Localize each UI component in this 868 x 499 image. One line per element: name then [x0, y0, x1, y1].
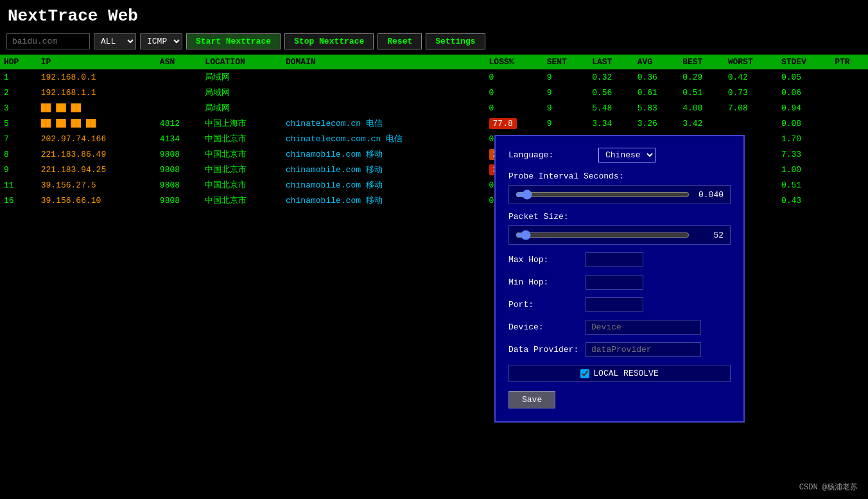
cell-best: 0.29: [679, 69, 724, 85]
cell-hop: 5: [0, 116, 37, 131]
cell-location: 中国北京市: [201, 177, 282, 193]
packet-size-slider-container: 52: [508, 225, 731, 245]
cell-worst: [724, 116, 777, 131]
language-select[interactable]: Chinese English: [598, 148, 655, 162]
table-row: 2 192.168.1.1 局域网 0 9 0.56 0.61 0.51 0.7…: [0, 85, 868, 100]
cell-asn: 4134: [156, 131, 202, 146]
cell-stdev: 0.43: [777, 193, 831, 208]
local-resolve-label[interactable]: LOCAL RESOLVE: [508, 365, 731, 382]
cell-sent: 9: [543, 85, 589, 100]
target-input[interactable]: baidu.com: [6, 33, 90, 49]
cell-worst: 0.73: [724, 85, 777, 100]
cell-domain: [282, 69, 485, 85]
cell-hop: 3: [0, 100, 37, 116]
cell-domain: chinamobile.com 移动: [282, 146, 485, 162]
cell-avg: 3.26: [634, 116, 679, 131]
save-button[interactable]: Save: [508, 391, 555, 408]
cell-hop: 2: [0, 85, 37, 100]
cell-loss: 0: [485, 100, 543, 116]
packet-size-slider[interactable]: [516, 230, 690, 240]
cell-asn: 4812: [156, 116, 202, 131]
probe-interval-label: Probe Interval Seconds:: [508, 171, 731, 181]
port-input[interactable]: 80: [586, 297, 643, 312]
stop-button[interactable]: Stop Nexttrace: [284, 33, 374, 49]
app-title: NextTrace Web: [0, 0, 868, 31]
cell-stdev: 0.06: [777, 85, 831, 100]
cell-hop: 11: [0, 177, 37, 193]
min-hop-label: Min Hop:: [508, 277, 579, 287]
cell-loss: 77.8: [485, 116, 543, 131]
cell-ip: 192.168.1.1: [37, 85, 156, 100]
col-domain: DOMAIN: [282, 55, 485, 69]
packet-size-value: 52: [695, 231, 724, 240]
col-best: BEST: [679, 55, 724, 69]
col-sent: SENT: [543, 55, 589, 69]
cell-ip: 192.168.0.1: [37, 69, 156, 85]
probe-interval-slider-container: 0.040: [508, 185, 731, 204]
cell-hop: 16: [0, 193, 37, 208]
cell-location: 中国北京市: [201, 162, 282, 177]
port-label: Port:: [508, 300, 579, 310]
start-button[interactable]: Start Nexttrace: [186, 33, 281, 49]
col-loss: LOSS%: [485, 55, 543, 69]
packet-size-label: Packet Size:: [508, 212, 731, 222]
toolbar: baidu.com ALL IPv4 IPv6 ICMP TCP UDP Sta…: [0, 31, 868, 55]
cell-best: 4.00: [679, 100, 724, 116]
cell-sent: 9: [543, 100, 589, 116]
probe-interval-slider[interactable]: [516, 189, 690, 200]
cell-stdev: 0.05: [777, 69, 831, 85]
device-input[interactable]: [586, 320, 701, 335]
cell-ip: ██ ██ ██ ██: [37, 116, 156, 131]
min-hop-input[interactable]: 1: [586, 275, 643, 290]
cell-sent: 9: [543, 116, 589, 131]
cell-stdev: 0.94: [777, 100, 831, 116]
cell-loss: 0: [485, 69, 543, 85]
reset-button[interactable]: Reset: [378, 33, 422, 49]
cell-ptr: [831, 85, 868, 100]
local-resolve-checkbox[interactable]: [580, 369, 589, 378]
probe-interval-value: 0.040: [695, 190, 724, 200]
cell-domain: chinatelecom.com.cn 电信: [282, 131, 485, 146]
data-provider-input[interactable]: [586, 342, 701, 357]
cell-loss: 0: [485, 85, 543, 100]
max-hop-input[interactable]: 30: [586, 252, 643, 267]
cell-stdev: 0.08: [777, 116, 831, 131]
cell-domain: chinatelecom.cn 电信: [282, 116, 485, 131]
col-location: LOCATION: [201, 55, 282, 69]
cell-ip: ██ ██ ██: [37, 100, 156, 116]
cell-best: 0.51: [679, 85, 724, 100]
settings-button[interactable]: Settings: [426, 33, 485, 49]
table-row: 5 ██ ██ ██ ██ 4812 中国上海市 chinatelecom.cn…: [0, 116, 868, 131]
cell-ptr: [831, 100, 868, 116]
cell-last: 3.34: [588, 116, 634, 131]
cell-location: 中国北京市: [201, 193, 282, 208]
cell-best: 3.42: [679, 116, 724, 131]
proto-select[interactable]: ICMP TCP UDP: [140, 33, 182, 49]
cell-stdev: 1.00: [777, 162, 831, 177]
cell-hop: 1: [0, 69, 37, 85]
cell-last: 5.48: [588, 100, 634, 116]
cell-location: 局域网: [201, 100, 282, 116]
cell-avg: 0.36: [634, 69, 679, 85]
device-label: Device:: [508, 322, 579, 332]
cell-asn: 9808: [156, 177, 202, 193]
cell-location: 中国北京市: [201, 131, 282, 146]
col-asn: ASN: [156, 55, 202, 69]
col-last: LAST: [588, 55, 634, 69]
cell-location: 局域网: [201, 69, 282, 85]
cell-ptr: [831, 146, 868, 162]
cell-domain: chinamobile.com 移动: [282, 177, 485, 193]
cell-domain: [282, 85, 485, 100]
cell-asn: 9808: [156, 162, 202, 177]
cell-ptr: [831, 162, 868, 177]
data-provider-label: Data Provider:: [508, 345, 579, 355]
cell-ptr: [831, 177, 868, 193]
cell-ptr: [831, 193, 868, 208]
cell-ptr: [831, 69, 868, 85]
cell-location: 局域网: [201, 85, 282, 100]
cell-domain: chinamobile.com 移动: [282, 193, 485, 208]
cell-worst: 0.42: [724, 69, 777, 85]
cell-asn: [156, 85, 202, 100]
cell-last: 0.32: [588, 69, 634, 85]
mode-select[interactable]: ALL IPv4 IPv6: [94, 33, 136, 49]
